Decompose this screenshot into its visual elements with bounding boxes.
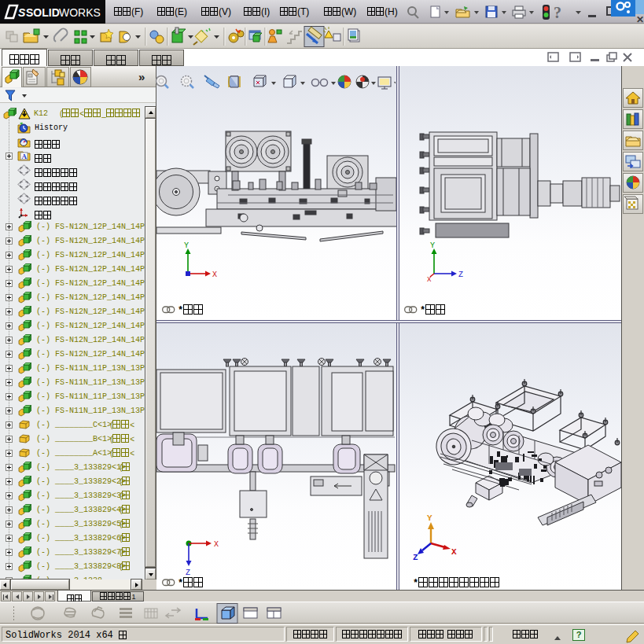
- svg-text:Y: Y: [427, 513, 432, 523]
- svg-text:Y: Y: [184, 241, 189, 250]
- svg-text:Z: Z: [458, 270, 463, 279]
- svg-text:X: X: [451, 547, 457, 557]
- svg-text:X: X: [214, 540, 219, 549]
- svg-text:Y: Y: [430, 241, 435, 250]
- svg-text:X: X: [427, 276, 432, 284]
- svg-text:?: ?: [554, 4, 561, 21]
- svg-text:Z: Z: [413, 553, 418, 562]
- svg-text:S: S: [18, 6, 26, 19]
- svg-text:Z: Z: [186, 569, 190, 577]
- svg-text:A: A: [22, 153, 28, 160]
- svg-text:WORKS: WORKS: [59, 6, 101, 19]
- svg-text:X: X: [212, 270, 217, 279]
- svg-text:SOLID: SOLID: [26, 6, 60, 19]
